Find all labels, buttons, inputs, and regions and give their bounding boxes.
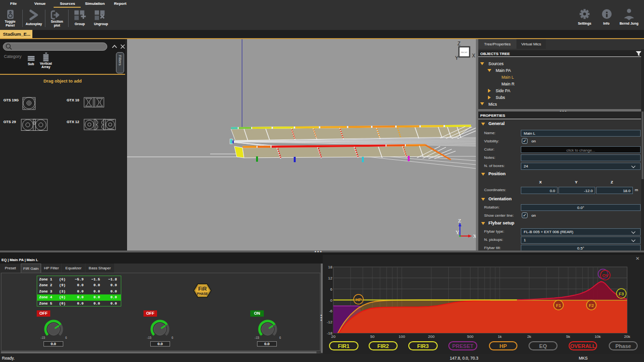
svg-text:1k: 1k [498,334,502,339]
svg-text:20: 20 [331,334,336,339]
svg-text:50: 50 [370,334,374,339]
svg-text:10k: 10k [595,334,601,339]
svg-text:RECHT: RECHT [461,51,468,54]
svg-text:-12: -12 [327,320,332,324]
svg-text:X: X [472,53,475,58]
svg-text:Y: Y [456,229,459,235]
svg-text:200: 200 [428,334,435,339]
svg-text:PHASE: PHASE [197,292,208,295]
svg-text:Z: Z [458,218,461,223]
svg-text:100: 100 [399,334,405,339]
svg-text:F2: F2 [589,303,594,308]
svg-text:F3: F3 [619,292,624,296]
svg-text:12: 12 [328,276,332,280]
svg-text:F1: F1 [556,303,561,308]
svg-text:5k: 5k [566,334,571,339]
svg-text:FiR: FiR [198,286,207,292]
svg-text:20k: 20k [624,334,631,339]
svg-text:2k: 2k [527,334,531,339]
svg-text:6: 6 [330,287,333,292]
svg-text:OV: OV [602,273,608,278]
svg-text:Y: Y [455,56,458,61]
svg-text:500: 500 [467,334,474,339]
svg-text:18: 18 [328,265,332,269]
svg-text:HP: HP [356,297,362,302]
svg-text:-6: -6 [329,309,333,313]
svg-text:Z: Z [458,41,460,46]
svg-text:0: 0 [330,298,333,303]
